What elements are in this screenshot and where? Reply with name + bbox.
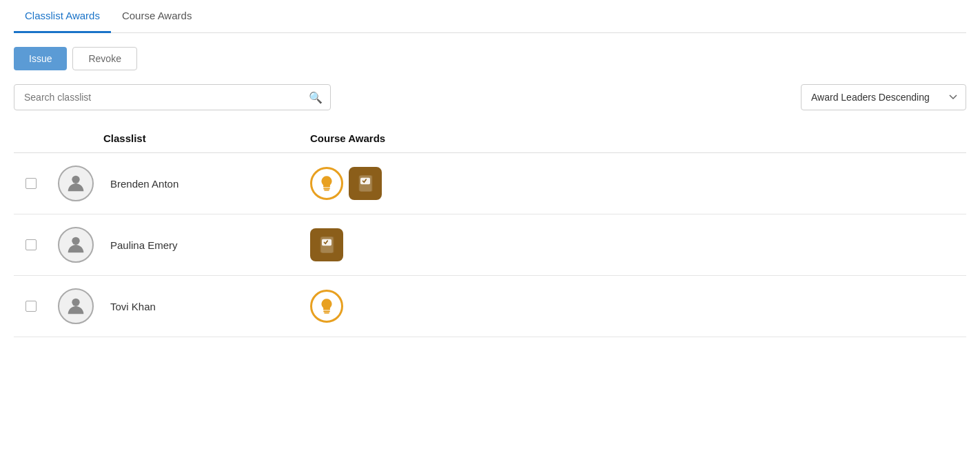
row-checkbox[interactable] <box>25 178 37 189</box>
award-bulb-icon[interactable] <box>310 167 343 200</box>
classlist-column-header: Classlist <box>103 132 310 144</box>
table-row: Tovi Khan <box>14 276 966 337</box>
student-name: Brenden Anton <box>103 178 310 190</box>
student-name: Paulina Emery <box>103 239 310 251</box>
award-book-icon[interactable] <box>349 167 382 200</box>
table-row: Paulina Emery <box>14 214 966 276</box>
checkbox-cell <box>14 301 48 312</box>
svg-point-0 <box>72 176 79 183</box>
sort-select[interactable]: Award Leaders Descending Award Leaders A… <box>801 84 966 110</box>
row-checkbox[interactable] <box>25 301 37 312</box>
svg-point-8 <box>72 299 79 306</box>
awards-cell <box>310 290 966 323</box>
table-row: Brenden Anton <box>14 153 966 214</box>
avatar-cell <box>48 166 103 201</box>
avatar <box>58 288 94 324</box>
svg-point-5 <box>72 237 79 245</box>
svg-rect-10 <box>324 312 329 314</box>
action-bar: Issue Revoke <box>14 47 966 70</box>
avatar-cell <box>48 227 103 263</box>
award-bulb-icon[interactable] <box>310 290 343 323</box>
row-checkbox[interactable] <box>25 239 37 250</box>
table-header: Classlist Course Awards <box>14 127 966 153</box>
svg-rect-2 <box>324 190 329 191</box>
revoke-button[interactable]: Revoke <box>72 47 136 70</box>
search-wrapper: 🔍 <box>14 84 331 110</box>
tab-course-awards[interactable]: Course Awards <box>111 0 203 33</box>
checkbox-cell <box>14 178 48 189</box>
award-book-icon[interactable] <box>310 228 343 261</box>
avatar-cell <box>48 288 103 324</box>
awards-cell <box>310 228 966 261</box>
avatar <box>58 227 94 263</box>
tab-classlist-awards[interactable]: Classlist Awards <box>14 0 111 33</box>
issue-button[interactable]: Issue <box>14 47 67 70</box>
course-awards-column-header: Course Awards <box>310 132 966 144</box>
svg-rect-9 <box>323 311 330 312</box>
svg-rect-1 <box>323 188 330 190</box>
awards-cell <box>310 167 966 200</box>
checkbox-cell <box>14 239 48 250</box>
student-name: Tovi Khan <box>103 301 310 312</box>
avatar <box>58 166 94 201</box>
tab-bar: Classlist Awards Course Awards <box>14 0 966 33</box>
search-input[interactable] <box>14 84 331 110</box>
table-body: Brenden Anton <box>14 153 966 337</box>
controls-row: 🔍 Award Leaders Descending Award Leaders… <box>14 84 966 110</box>
